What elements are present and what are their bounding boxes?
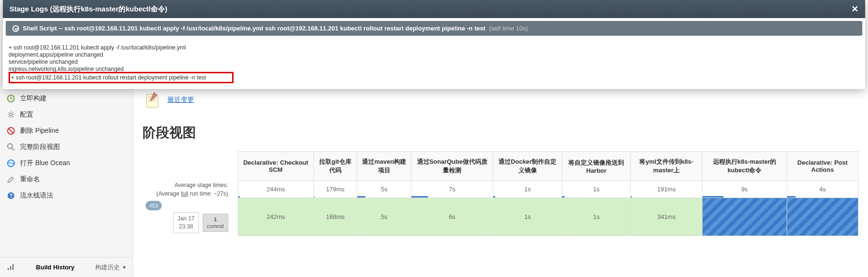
stage-table: Declarative: Checkout SCM 拉取git仓库代码 通过ma… [143, 151, 858, 236]
svg-point-1 [10, 113, 12, 116]
avg-cell: 9s [702, 181, 787, 198]
sidebar-item-label: 流水线语法 [20, 191, 53, 200]
sidebar-item-pipeline-syntax[interactable]: ? 流水线语法 [0, 188, 133, 204]
avg-row-label: Average stage times: (Average full run t… [143, 181, 238, 198]
run-cell[interactable]: 5s [357, 198, 411, 236]
avg-cell: 179ms [313, 181, 357, 198]
sidebar-item-blue-ocean[interactable]: 打开 Blue Ocean [0, 155, 133, 171]
stage-col-3: 通过SonarQube做代码质量检测 [411, 152, 493, 181]
svg-rect-9 [8, 268, 9, 270]
run-cell[interactable]: 341ms [631, 198, 702, 236]
stage-col-6: 将yml文件传到k8s-master上 [631, 152, 702, 181]
recent-changes-link[interactable]: 最近变更 [167, 96, 194, 104]
edit-icon [7, 175, 15, 184]
help-icon: ? [7, 191, 15, 200]
avg-cell: 5s [357, 181, 411, 198]
blue-ocean-icon [7, 159, 15, 168]
stage-col-8: Declarative: Post Actions [787, 152, 858, 181]
run-date: Jan 1723:38 [173, 212, 199, 233]
sidebar-item-full-stage-view[interactable]: 完整阶段视图 [0, 139, 133, 155]
sidebar-item-configure[interactable]: 配置 [0, 107, 133, 123]
sidebar-item-label: 删除 Pipeline [20, 127, 59, 135]
svg-point-4 [8, 144, 12, 148]
no-entry-icon [7, 127, 15, 135]
avg-cell: 244ms [238, 181, 313, 198]
sidebar-item-label: 立即构建 [20, 94, 47, 103]
svg-line-3 [9, 129, 13, 133]
run-cell[interactable]: 6s [411, 198, 493, 236]
build-history-title: Build History [36, 264, 75, 271]
run-cell-running[interactable] [787, 198, 858, 236]
highlighted-log-line: + ssh root@192.168.11.201 kubectl rollou… [9, 72, 234, 83]
avg-row: Average stage times: (Average full run t… [143, 181, 858, 198]
svg-line-5 [12, 148, 14, 150]
recent-changes: 最近变更 [143, 90, 858, 109]
chevron-down-icon: ▾ [123, 264, 126, 271]
run-cell[interactable]: 242ms [238, 198, 313, 236]
clock-icon [7, 94, 15, 103]
sidebar-item-rename[interactable]: 重命名 [0, 171, 133, 188]
stage-col-5: 将自定义镜像推送到Harbor [562, 152, 631, 181]
run-row-label: #53 Jan 1723:38 1 commit [143, 198, 238, 236]
sidebar-item-label: 重命名 [20, 175, 40, 184]
run-cell[interactable]: 1s [562, 198, 631, 236]
build-history-right: 构建历史 ▾ [95, 263, 126, 272]
avg-cell: 4s [787, 181, 858, 198]
stage-col-1: 拉取git仓库代码 [313, 152, 357, 181]
stage-view-title: 阶段视图 [143, 124, 858, 142]
gear-icon [7, 110, 15, 119]
sidebar-build-history[interactable]: Build History 构建历史 ▾ [0, 257, 133, 277]
avg-cell: 1s [562, 181, 631, 198]
svg-text:?: ? [10, 193, 13, 198]
close-icon[interactable]: ✕ [851, 4, 858, 14]
commit-box[interactable]: 1 commit [203, 214, 228, 232]
stage-col-0: Declarative: Checkout SCM [238, 152, 313, 181]
avg-cell: 191ms [631, 181, 702, 198]
log-output: + ssh root@192.168.11.201 kubectl apply … [3, 39, 865, 89]
run-cell[interactable]: 168ms [313, 198, 357, 236]
sidebar-item-label: 打开 Blue Ocean [20, 159, 70, 168]
run-row[interactable]: #53 Jan 1723:38 1 commit 242ms 168m [143, 198, 858, 236]
modal-step-header[interactable]: Shell Script -- ssh root@192.168.11.201 … [6, 21, 862, 36]
sidebar-item-label: 完整阶段视图 [20, 143, 60, 151]
stage-col-2: 通过maven构建项目 [357, 152, 411, 181]
sidebar-item-delete-pipeline[interactable]: 删除 Pipeline [0, 123, 133, 139]
stage-logs-modal: Stage Logs (远程执行k8s-master的kubectl命令) ✕ … [3, 0, 865, 89]
success-check-icon [12, 25, 19, 32]
modal-header: Stage Logs (远程执行k8s-master的kubectl命令) ✕ [3, 0, 865, 18]
run-cell[interactable]: 1s [493, 198, 562, 236]
notepad-icon [143, 90, 162, 109]
stage-col-4: 通过Docker制作自定义镜像 [493, 152, 562, 181]
svg-rect-10 [10, 266, 11, 270]
sidebar-item-label: 配置 [20, 110, 33, 119]
svg-rect-11 [12, 264, 14, 270]
stage-col-7: 远程执行k8s-master的kubectl命令 [702, 152, 787, 181]
build-history-icon [7, 262, 15, 272]
avg-cell: 1s [493, 181, 562, 198]
avg-cell: 7s [411, 181, 493, 198]
magnifier-icon [7, 143, 15, 151]
run-cell-running[interactable] [702, 198, 787, 236]
modal-title: Stage Logs (远程执行k8s-master的kubectl命令) [10, 5, 167, 14]
empty-header [143, 152, 238, 181]
sidebar-item-build-now[interactable]: 立即构建 [0, 90, 133, 107]
run-badge[interactable]: #53 [146, 201, 162, 211]
